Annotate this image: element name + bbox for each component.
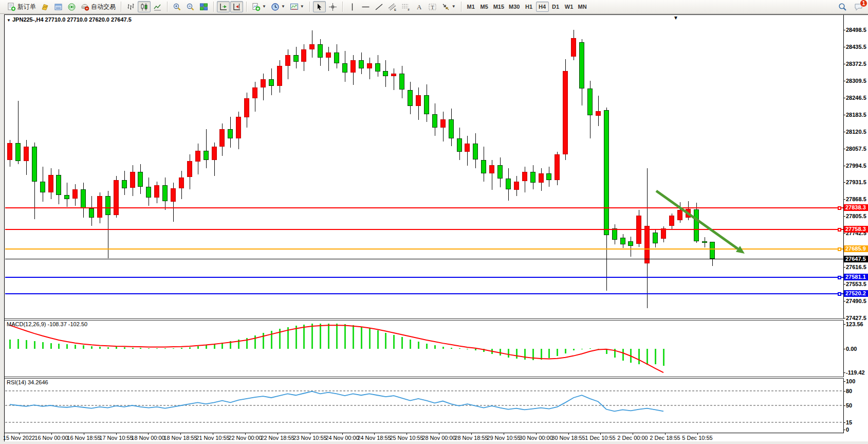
horizontal-line-button[interactable] <box>359 1 372 12</box>
zoom-in-icon <box>173 3 181 11</box>
chart-title[interactable]: ▼ JPN225-,H4 27710.0 27710.0 27620.0 276… <box>7 16 132 23</box>
auto-scroll-button[interactable] <box>217 1 230 12</box>
new-order-icon <box>7 3 16 11</box>
timeframe-group: M1M5M15M30H1H4D1W1MN <box>463 2 591 12</box>
broadcast-button[interactable] <box>65 1 78 12</box>
timeframe-m30-button[interactable]: M30 <box>507 2 522 12</box>
price-line-label: 27520.2 <box>844 290 868 297</box>
price-line-label: 27685.9 <box>844 245 868 252</box>
vertical-line-button[interactable] <box>346 1 359 12</box>
periods-dropdown-caret-icon[interactable]: ▼ <box>281 5 285 9</box>
indicators-button[interactable]: ▼ <box>250 1 268 12</box>
toolbar-group-5 <box>311 1 341 12</box>
panel-separator-rsi[interactable] <box>5 377 844 379</box>
trendline-button[interactable] <box>373 1 385 12</box>
crosshair-button[interactable] <box>326 1 339 12</box>
arrows-dropdown-caret-icon[interactable]: ▼ <box>452 5 456 9</box>
zoom-in-button[interactable] <box>171 1 183 12</box>
timeframe-w1-button[interactable]: W1 <box>563 2 576 12</box>
autotrading-button[interactable]: 自动交易 <box>79 1 118 12</box>
timeframe-h4-button[interactable]: H4 <box>536 2 549 12</box>
tile-windows-button[interactable] <box>197 1 210 12</box>
toolbar: 新订单自动交易▼▼▼EFAT▼M1M5M15M30H1H4D1W1MN1 <box>0 0 868 14</box>
timeframe-d1-button[interactable]: D1 <box>549 2 562 12</box>
bars-chart-icon <box>126 3 135 11</box>
cursor-button[interactable] <box>313 1 326 12</box>
trend-arrow-annotation[interactable] <box>656 191 745 254</box>
indicators-dropdown-caret-icon[interactable]: ▼ <box>262 5 266 9</box>
new-order-button[interactable]: 新订单 <box>5 1 38 12</box>
indicators-icon <box>252 3 261 11</box>
clock-icon <box>271 3 280 11</box>
timeframe-m1-button[interactable]: M1 <box>465 2 477 12</box>
bars-chart-button[interactable] <box>124 1 137 12</box>
data-window-button[interactable] <box>52 1 65 12</box>
chart-window: ▼ JPN225-,H4 27710.0 27710.0 27620.0 276… <box>4 14 868 441</box>
chat-button[interactable]: 1 <box>852 1 865 12</box>
channel-icon: E <box>388 3 397 11</box>
chart-dropdown-icon: ▼ <box>7 18 11 23</box>
toolbar-separator <box>213 2 214 12</box>
timeframe-m5-button[interactable]: M5 <box>478 2 491 12</box>
trendline-icon <box>375 3 383 11</box>
line-chart-button[interactable] <box>151 1 164 12</box>
periods-button[interactable]: ▼ <box>269 1 287 12</box>
svg-text:T: T <box>431 4 434 10</box>
broadcast-icon <box>67 3 76 11</box>
fibonacci-icon: F <box>401 3 410 11</box>
line-chart-icon <box>153 3 162 11</box>
timeframe-h1-button[interactable]: H1 <box>523 2 535 12</box>
market-watch-icon <box>41 3 49 11</box>
toolbar-separator <box>167 2 168 12</box>
arrows-icon <box>441 3 450 11</box>
auto-scroll-icon <box>219 3 228 11</box>
price-line-label: 27758.3 <box>844 226 868 233</box>
templates-dropdown-caret-icon[interactable]: ▼ <box>300 5 304 9</box>
equidistant-channel-button[interactable]: E <box>386 1 399 12</box>
toolbar-group-4: ▼▼▼ <box>248 1 308 12</box>
toolbar-group-2 <box>169 1 212 12</box>
candles-chart-button[interactable] <box>138 1 151 12</box>
zoom-out-button[interactable] <box>184 1 197 12</box>
svg-text:E: E <box>394 8 396 11</box>
toolbar-group-0: 新订单自动交易 <box>3 1 120 12</box>
text-button[interactable]: A <box>413 1 426 12</box>
timeframe-m15-button[interactable]: M15 <box>491 2 506 12</box>
toolbar-group-6: EFAT▼ <box>344 1 460 12</box>
macd-signal-line <box>10 325 663 372</box>
crosshair-icon <box>328 3 337 11</box>
price-line-label: 27581.1 <box>844 274 868 280</box>
rsi-line <box>10 392 663 412</box>
toolbar-separator <box>309 2 310 12</box>
fibonacci-button[interactable]: F <box>399 1 412 12</box>
candles-chart-icon <box>140 3 149 11</box>
chart-shift-icon <box>232 3 241 11</box>
tile-windows-icon <box>199 3 208 11</box>
panel-separator-macd[interactable] <box>5 318 844 321</box>
zoom-out-icon <box>186 3 195 11</box>
price-line-label: 27838.3 <box>844 204 868 211</box>
new-order-label: 新订单 <box>17 3 36 11</box>
svg-text:F: F <box>408 8 410 11</box>
arrows-button[interactable]: ▼ <box>439 1 458 12</box>
search-button[interactable] <box>836 1 849 12</box>
timeframe-mn-button[interactable]: MN <box>576 2 589 12</box>
toolbar-group-3 <box>215 1 245 12</box>
rsi-label: RSI(14) 34.2646 <box>7 379 48 385</box>
templates-button[interactable]: ▼ <box>288 1 306 12</box>
text-label-button[interactable]: T <box>426 1 439 12</box>
chart-title-text: JPN225-,H4 27710.0 27710.0 27620.0 27647… <box>12 16 132 23</box>
market-watch-button[interactable] <box>39 1 51 12</box>
toolbar-separator <box>342 2 343 12</box>
toolbar-separator <box>121 2 121 12</box>
macd-label: MACD(12,26,9) -108.37 -102.50 <box>7 321 87 327</box>
notification-badge: 1 <box>860 0 867 7</box>
text-icon: A <box>415 3 423 11</box>
svg-text:A: A <box>417 3 422 11</box>
search-icon <box>838 3 847 11</box>
price-line-label: 27647.5 <box>844 256 868 262</box>
toolbar-separator <box>461 2 461 12</box>
chart-shift-button[interactable] <box>230 1 243 12</box>
autotrading-label: 自动交易 <box>91 3 116 11</box>
autotrading-icon <box>81 3 89 11</box>
